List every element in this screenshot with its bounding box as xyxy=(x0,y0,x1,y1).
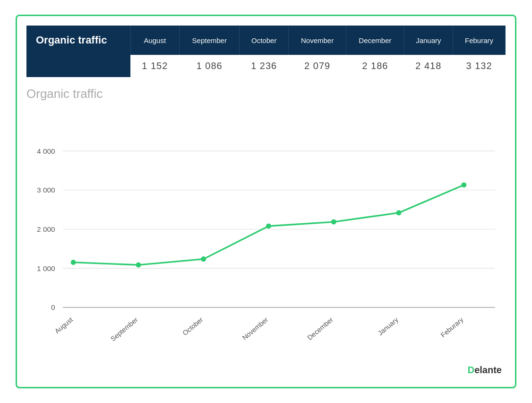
col-header-jan: January xyxy=(404,26,453,55)
col-header-dec: December xyxy=(346,26,404,55)
line-chart: 4 000 3 000 2 000 1 000 0 xyxy=(26,111,506,358)
x-label-jan: January xyxy=(377,315,400,337)
dot-jan xyxy=(396,210,402,215)
val-aug: 1 152 xyxy=(130,55,179,77)
col-header-sep: September xyxy=(179,26,240,55)
table-label: Organic traffic xyxy=(26,26,130,55)
x-label-aug: August xyxy=(53,315,74,335)
col-header-aug: August xyxy=(130,26,179,55)
chart-area: 4 000 3 000 2 000 1 000 0 xyxy=(26,111,506,358)
dot-dec xyxy=(331,219,336,225)
x-label-sep: September xyxy=(109,315,139,342)
brand-logo: Delante xyxy=(26,363,506,377)
val-dec: 2 186 xyxy=(346,55,404,77)
brand-suffix: elante xyxy=(474,365,502,376)
col-header-nov: November xyxy=(288,26,346,55)
dot-oct xyxy=(201,256,206,262)
data-table-section: Organic traffic August September October… xyxy=(26,26,506,77)
brand-d: D xyxy=(468,365,474,376)
dot-feb xyxy=(461,182,466,187)
x-label-feb: Feburary xyxy=(439,315,465,339)
y-label-2000: 2 000 xyxy=(37,225,55,233)
x-label-nov: November xyxy=(241,315,270,342)
y-label-1000: 1 000 xyxy=(37,264,55,272)
col-header-feb: Feburary xyxy=(453,26,506,55)
traffic-table: Organic traffic August September October… xyxy=(26,26,506,77)
dot-nov xyxy=(266,223,271,228)
val-oct: 1 236 xyxy=(240,55,288,77)
y-label-4000: 4 000 xyxy=(37,147,55,155)
val-jan: 2 418 xyxy=(404,55,453,77)
chart-title: Organic traffic xyxy=(26,87,506,101)
col-header-oct: October xyxy=(240,26,288,55)
x-label-oct: October xyxy=(181,315,204,337)
table-label-empty xyxy=(26,55,130,77)
x-label-dec: December xyxy=(306,315,335,342)
val-sep: 1 086 xyxy=(179,55,240,77)
y-label-3000: 3 000 xyxy=(37,186,55,194)
main-container: Organic traffic August September October… xyxy=(16,15,516,388)
val-feb: 3 132 xyxy=(453,55,506,77)
dot-aug xyxy=(71,260,76,265)
val-nov: 2 079 xyxy=(288,55,346,77)
dot-sep xyxy=(136,263,141,268)
y-label-0: 0 xyxy=(51,303,55,311)
